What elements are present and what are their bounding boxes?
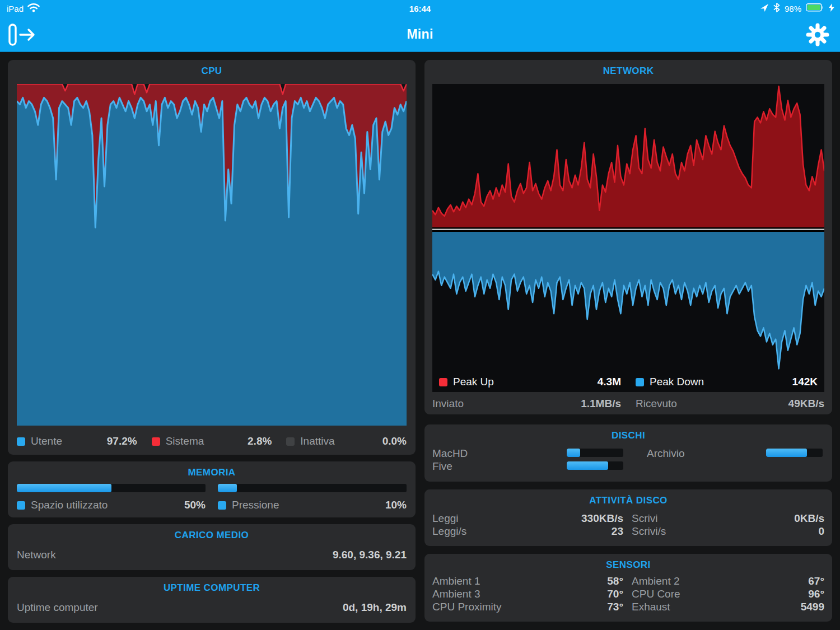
writes-per-sec-row: Scrivi/s 0 xyxy=(632,525,824,538)
location-icon xyxy=(760,3,769,14)
network-panel: NETWORK Peak Up 4.3M Peak Down 142K Invi… xyxy=(424,60,832,414)
sensor-exhaust-row: Exhaust 5499 xyxy=(632,601,824,613)
peak-up-legend: Peak Up 4.3M xyxy=(439,375,621,389)
memory-used-swatch xyxy=(17,501,25,510)
disk-five-label: Five xyxy=(432,460,452,473)
load-average-panel: CARICO MEDIO Network 9.60, 9.36, 9.21 xyxy=(8,524,416,570)
read-rate-row: Leggi 330KB/s xyxy=(432,512,623,525)
idle-swatch xyxy=(286,437,295,446)
network-footer: Inviato 1.1MB/s Ricevuto 49KB/s xyxy=(432,396,824,411)
memory-panel-title: MEMORIA xyxy=(8,467,416,478)
sent-row: Inviato 1.1MB/s xyxy=(432,396,621,411)
battery-percent: 98% xyxy=(785,4,801,13)
peak-down-swatch xyxy=(636,378,644,386)
cpu-panel: CPU Utente 97.2% Sistema 2.8% Inattiva 0… xyxy=(8,60,416,455)
peak-down-legend: Peak Down 142K xyxy=(636,375,818,389)
memory-legend: Spazio utilizzato 50% Pressione 10% xyxy=(17,498,407,512)
nav-bar: Mini xyxy=(0,17,840,52)
cpu-panel-title: CPU xyxy=(8,66,416,77)
page-title: Mini xyxy=(0,17,840,52)
memory-pressure-legend: Pressione 10% xyxy=(218,498,407,512)
clock: 16:44 xyxy=(409,4,431,13)
settings-button[interactable] xyxy=(805,22,830,47)
disk-activity-panel: ATTIVITÀ DISCO Leggi 330KB/s Scrivi 0KB/… xyxy=(424,489,832,546)
memory-used-legend: Spazio utilizzato 50% xyxy=(17,498,206,512)
uptime-panel: UPTIME COMPUTER Uptime computer 0d, 19h,… xyxy=(8,577,416,623)
disks-panel: DISCHI MacHD Five Archivio xyxy=(424,424,832,482)
disks-title: DISCHI xyxy=(424,430,832,441)
reads-per-sec-row: Leggi/s 23 xyxy=(432,525,623,538)
gear-icon xyxy=(805,22,830,47)
disk-machd-label: MacHD xyxy=(432,447,468,460)
cpu-legend-system: Sistema 2.8% xyxy=(152,434,272,449)
memory-pressure-swatch xyxy=(218,501,226,510)
sensor-cpucore-row: CPU Core 96° xyxy=(632,588,824,600)
disk-archivio-label: Archivio xyxy=(647,447,685,460)
sensor-ambient1-row: Ambient 1 58° xyxy=(432,575,623,587)
system-swatch xyxy=(152,437,160,446)
disk-archivio-bar xyxy=(766,449,823,457)
uptime-row: Uptime computer 0d, 19h, 29m xyxy=(17,601,407,614)
write-rate-row: Scrivi 0KB/s xyxy=(632,512,824,525)
sensors-title: SENSORI xyxy=(424,559,832,571)
received-row: Ricevuto 49KB/s xyxy=(636,396,824,411)
load-average-title: CARICO MEDIO xyxy=(8,530,416,541)
memory-bars xyxy=(17,484,407,492)
network-chart xyxy=(432,84,824,392)
cpu-legend: Utente 97.2% Sistema 2.8% Inattiva 0.0% xyxy=(17,434,407,449)
charging-bolt-icon xyxy=(829,3,834,13)
disk-machd-bar xyxy=(567,449,623,457)
uptime-title: UPTIME COMPUTER xyxy=(8,582,416,594)
sensor-cpuproximity-row: CPU Proximity 73° xyxy=(432,601,623,613)
sensors-panel: SENSORI Ambient 1 58° Ambient 2 67° Ambi… xyxy=(424,554,832,622)
peak-up-swatch xyxy=(439,378,447,386)
memory-used-bar xyxy=(17,484,206,492)
cpu-legend-user: Utente 97.2% xyxy=(17,434,137,449)
sensor-ambient3-row: Ambient 3 70° xyxy=(432,588,623,600)
memory-panel: MEMORIA Spazio utilizzato 50% Pressione … xyxy=(8,461,416,517)
network-panel-title: NETWORK xyxy=(424,66,832,77)
load-average-row: Network 9.60, 9.36, 9.21 xyxy=(17,549,407,561)
network-legend: Peak Up 4.3M Peak Down 142K xyxy=(439,375,818,389)
bluetooth-icon xyxy=(773,3,780,14)
user-swatch xyxy=(17,437,25,446)
battery-icon xyxy=(806,3,824,13)
memory-pressure-bar xyxy=(218,484,407,492)
cpu-legend-idle: Inattiva 0.0% xyxy=(286,434,407,449)
cpu-chart xyxy=(17,84,407,426)
disk-activity-title: ATTIVITÀ DISCO xyxy=(424,495,832,506)
disk-five-bar xyxy=(567,461,623,470)
sensor-ambient2-row: Ambient 2 67° xyxy=(632,575,824,587)
status-bar: iPad 16:44 98% xyxy=(0,0,840,17)
